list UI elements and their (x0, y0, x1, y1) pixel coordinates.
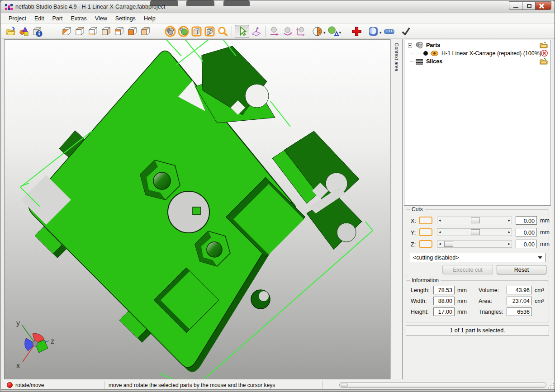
mode-indicator-icon (7, 382, 13, 388)
tree-row-slices[interactable]: Slices (404, 57, 550, 66)
slices-folder-icon[interactable] (540, 58, 548, 65)
repair-part-icon[interactable] (351, 25, 363, 38)
cut-z-slider[interactable]: ◂ ▸ (437, 240, 512, 248)
maximize-button[interactable] (522, 1, 536, 10)
cut-x-slider[interactable]: ◂ ▸ (437, 217, 512, 224)
part-canvas[interactable]: y z x (5, 40, 390, 379)
menu-part[interactable]: Part (48, 14, 66, 23)
expander-icon[interactable] (408, 43, 412, 47)
zoom-tool-icon[interactable] (217, 25, 229, 38)
parts-folder-icon[interactable] (540, 42, 548, 48)
menu-help[interactable]: Help (140, 14, 160, 23)
menu-settings[interactable]: Settings (111, 14, 140, 23)
viewport-3d[interactable]: y z x (4, 39, 390, 379)
cut-x-label: X: (411, 218, 416, 224)
execute-cut-button[interactable]: Execute cut (442, 265, 493, 274)
close-button[interactable] (535, 1, 551, 10)
view-cube-isometric-icon[interactable] (139, 25, 152, 38)
menu-extras[interactable]: Extras (66, 14, 90, 23)
context-area-label: Context area (394, 43, 399, 71)
platform-view-dropdown-icon[interactable]: ▾ (379, 30, 382, 35)
part-analysis-icon[interactable] (327, 25, 339, 38)
length-value: 78.53 (433, 286, 455, 294)
cut-plane-tool-icon[interactable] (250, 25, 262, 38)
tree-row-part-item[interactable]: H-1 Linear X-Carrage (repaired) (100%) (404, 49, 550, 57)
cut-z-unit: mm (540, 241, 550, 247)
status-hint: move and rotate the selected parts by th… (109, 382, 275, 388)
measure-tool-icon[interactable] (383, 25, 395, 38)
cut-y-slider-thumb[interactable] (471, 229, 480, 235)
length-label: Length: (411, 287, 430, 293)
part-status-dot-icon[interactable] (423, 51, 428, 56)
parts-group-label: Parts (426, 42, 440, 48)
information-legend: Information (410, 277, 441, 283)
render-mode-icon[interactable] (311, 25, 323, 38)
slices-group-label: Slices (426, 58, 442, 65)
slider-right-arrow-icon[interactable]: ▸ (508, 218, 510, 222)
cut-z-toggle[interactable] (419, 240, 432, 248)
cut-x-slider-thumb[interactable] (471, 217, 480, 223)
cut-x-toggle[interactable] (419, 217, 432, 224)
menu-project[interactable]: Project (5, 14, 30, 23)
reset-button[interactable]: Reset (497, 265, 546, 274)
cuts-group: Cuts X: ◂ ▸ mm Y: ◂ ▸ mm Z: (406, 209, 549, 277)
render-mode-dropdown-icon[interactable]: ▾ (323, 30, 326, 35)
toolbar: ▾ ▾ ▾ (1, 24, 555, 39)
chevron-down-icon (538, 256, 542, 259)
slider-left-arrow-icon[interactable]: ◂ (439, 241, 441, 246)
view-cube-right-icon[interactable] (113, 25, 125, 38)
open-project-icon[interactable] (5, 25, 17, 38)
part-analysis-dropdown-icon[interactable]: ▾ (339, 30, 342, 35)
parts-group-icon (415, 42, 423, 49)
project-info-icon[interactable] (31, 25, 43, 38)
zoom-to-box-icon[interactable] (190, 25, 203, 38)
remove-part-icon[interactable] (541, 50, 548, 57)
move-part-icon[interactable] (268, 25, 280, 38)
cut-y-toggle[interactable] (419, 228, 432, 236)
view-cube-top-icon[interactable] (126, 25, 138, 38)
zoom-to-platform-icon[interactable] (204, 25, 216, 38)
part-visibility-eye-icon[interactable] (431, 51, 438, 56)
volume-value: 43.96 (507, 286, 532, 294)
rotate-part-icon[interactable] (281, 25, 294, 38)
zoom-to-selected-part-icon[interactable] (177, 25, 190, 38)
cut-z-label: Z: (411, 241, 416, 248)
center-hole (168, 191, 209, 233)
cut-z-slider-thumb[interactable] (444, 241, 453, 247)
progress-bar (339, 382, 546, 388)
title-bar[interactable]: netfabb Studio Basic 4.9 - H-1 Linear X-… (1, 0, 555, 13)
minimize-button[interactable] (509, 1, 522, 10)
resize-grip[interactable] (548, 383, 554, 388)
view-cube-front-left-icon[interactable] (61, 25, 73, 38)
area-label: Area: (479, 298, 492, 304)
height-value: 17.00 (433, 307, 455, 316)
apply-repair-icon[interactable] (400, 25, 412, 38)
cut-y-value[interactable] (516, 228, 537, 236)
volume-label: Volume: (479, 287, 499, 293)
cutting-mode-value: <cutting disabled> (413, 255, 459, 261)
add-primitive-icon[interactable] (18, 25, 30, 38)
slider-right-arrow-icon[interactable]: ▸ (508, 241, 510, 246)
menu-edit[interactable]: Edit (30, 14, 48, 23)
cut-z-value[interactable] (516, 240, 537, 248)
small-hole (251, 290, 270, 309)
cutting-mode-dropdown[interactable]: <cutting disabled> (410, 253, 546, 262)
view-cube-front-icon[interactable] (74, 25, 86, 38)
cut-x-value[interactable] (516, 216, 537, 225)
context-area-tab[interactable]: Context area (390, 39, 403, 379)
view-cube-left-icon[interactable] (87, 25, 99, 38)
axes-widget: y z x (16, 319, 54, 369)
tree-row-parts[interactable]: Parts (404, 41, 550, 49)
view-cube-back-icon[interactable] (100, 25, 112, 38)
slider-left-arrow-icon[interactable]: ◂ (439, 230, 441, 234)
menu-view[interactable]: View (91, 14, 111, 23)
select-cursor-icon[interactable] (235, 25, 249, 38)
scale-part-icon[interactable] (294, 25, 307, 38)
slider-left-arrow-icon[interactable]: ◂ (439, 218, 441, 222)
axis-label-y: y (16, 319, 20, 327)
zoom-to-parts-icon[interactable] (164, 25, 176, 38)
slider-right-arrow-icon[interactable]: ▸ (508, 230, 510, 234)
platform-view-icon[interactable] (367, 25, 379, 38)
pivot-handle[interactable] (193, 207, 200, 215)
cut-y-slider[interactable]: ◂ ▸ (437, 228, 512, 236)
